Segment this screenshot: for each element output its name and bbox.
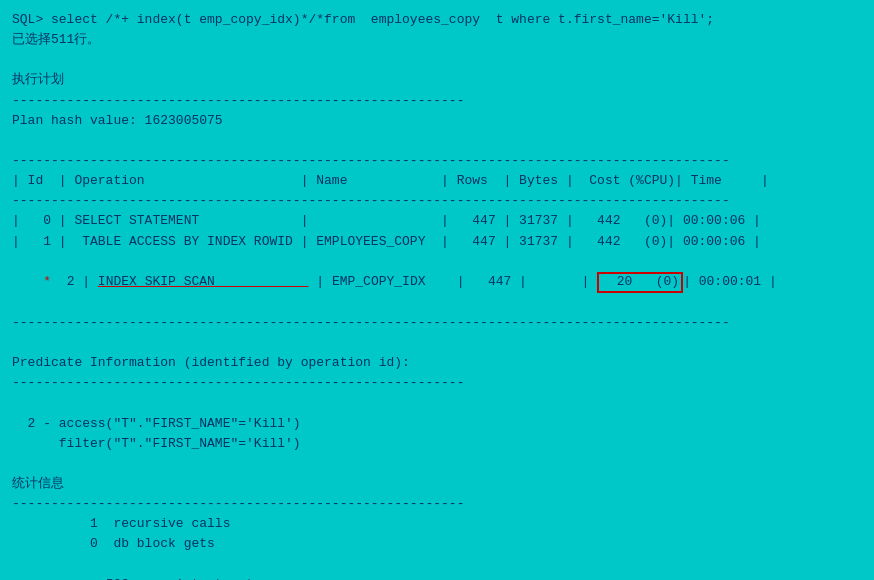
blank3: [12, 333, 862, 353]
sql-prompt-line: SQL> select /*+ index(t emp_copy_idx)*/*…: [12, 10, 862, 30]
table-row-1: | 1 | TABLE ACCESS BY INDEX ROWID | EMPL…: [12, 232, 862, 252]
blank5: [12, 454, 862, 474]
stats-label: 统计信息: [12, 474, 862, 494]
exec-plan-label: 执行计划: [12, 70, 862, 90]
table-row-0: | 0 | SELECT STATEMENT | | 447 | 31737 |…: [12, 211, 862, 231]
stat3: 592 consistent gets: [12, 555, 862, 580]
plan-hash: Plan hash value: 1623005075: [12, 111, 862, 131]
row2-time: | 00:00:01 |: [683, 274, 777, 289]
predicate-label: Predicate Information (identified by ope…: [12, 353, 862, 373]
blank1: [12, 50, 862, 70]
separator1: ----------------------------------------…: [12, 91, 862, 111]
table-header-row: | Id | Operation | Name | Rows | Bytes |…: [12, 171, 862, 191]
row-star: *: [43, 274, 59, 289]
table-row-2: * 2 | INDEX SKIP SCAN | EMP_COPY_IDX | 4…: [12, 252, 862, 313]
stat2: 0 db block gets: [12, 534, 862, 554]
result-line: 已选择511行。: [12, 30, 862, 50]
row2-id: 2 |: [59, 274, 98, 289]
cost-box: 20 (0): [597, 272, 683, 293]
blank4: [12, 393, 862, 413]
blank2: [12, 131, 862, 151]
separator3: ----------------------------------------…: [12, 191, 862, 211]
predicate2: filter("T"."FIRST_NAME"='Kill'): [12, 434, 862, 454]
row2-name: | EMP_COPY_IDX | 447 | |: [308, 274, 597, 289]
predicate1: 2 - access("T"."FIRST_NAME"='Kill'): [12, 414, 862, 434]
index-skip-scan-label: INDEX SKIP SCAN: [98, 274, 309, 289]
separator6: ----------------------------------------…: [12, 494, 862, 514]
stat1: 1 recursive calls: [12, 514, 862, 534]
separator4: ----------------------------------------…: [12, 313, 862, 333]
terminal-window: SQL> select /*+ index(t emp_copy_idx)*/*…: [0, 0, 874, 580]
separator2: ----------------------------------------…: [12, 151, 862, 171]
separator5: ----------------------------------------…: [12, 373, 862, 393]
